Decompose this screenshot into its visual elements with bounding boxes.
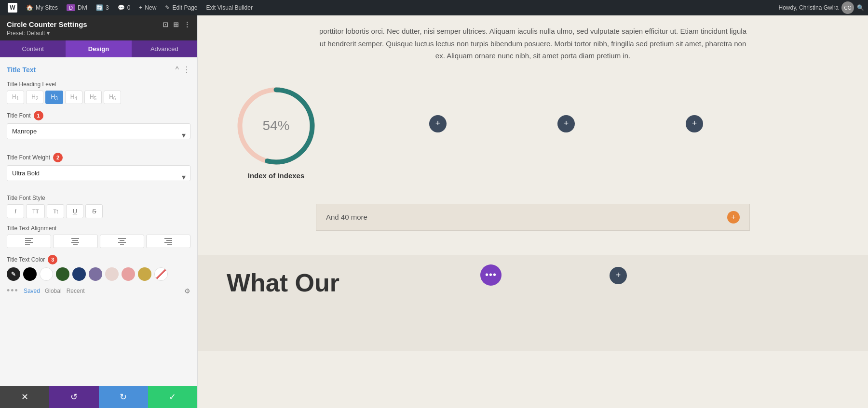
color-settings-icon[interactable]: ⚙ (184, 287, 190, 295)
color-gold[interactable] (138, 267, 151, 281)
align-center-btn[interactable] (100, 235, 144, 248)
section-controls: ^ ⋮ (175, 65, 190, 74)
admin-bar: W 🏠 My Sites D Divi 🔄 3 💬 0 + New ✎ Edit… (0, 0, 868, 15)
admin-bar-right: Howdy, Christina Gwira CG 🔍 (779, 1, 864, 14)
color-dark-blue[interactable] (72, 267, 86, 281)
title-font-select[interactable]: Manrope (7, 123, 190, 139)
italic-btn[interactable]: I (7, 204, 24, 218)
edit-page-menu[interactable]: ✎ Edit Page (161, 0, 201, 15)
panel-title-icons: ⊡ ⊞ ⋮ (163, 21, 190, 28)
all-caps-btn[interactable]: TT (26, 204, 45, 218)
divi-menu[interactable]: D Divi (63, 0, 91, 15)
dock-icon[interactable]: ⊞ (173, 21, 179, 28)
title-font-style-label: Title Font Style (7, 195, 190, 201)
row-plus-buttons: + + + (429, 115, 703, 132)
tab-advanced[interactable]: Advanced (132, 40, 197, 57)
align-right-btn[interactable] (146, 235, 190, 248)
svg-rect-3 (25, 244, 30, 245)
text-alignment-buttons (7, 235, 190, 248)
svg-rect-1 (25, 240, 31, 241)
color-tabs: ••• Saved Global Recent ⚙ (7, 286, 190, 296)
svg-rect-15 (167, 244, 172, 245)
recent-tab[interactable]: Recent (67, 288, 85, 294)
comments-menu[interactable]: 💬 0 (114, 0, 135, 15)
new-icon: + (139, 4, 142, 11)
add-column-btn-3[interactable]: + (686, 115, 703, 132)
capitalize-btn[interactable]: Tt (47, 204, 64, 218)
preset-selector[interactable]: Preset: Default ▾ (7, 30, 190, 37)
my-sites-menu[interactable]: 🏠 My Sites (22, 0, 62, 15)
svg-rect-10 (118, 242, 126, 243)
color-picker-btn[interactable]: ✎ (7, 267, 20, 281)
svg-rect-12 (164, 238, 172, 239)
color-light-pink[interactable] (105, 267, 119, 281)
title-text-section-header: Title Text ^ ⋮ (7, 65, 190, 74)
heading-level-buttons: H1 H2 H3 H4 H5 H6 (7, 91, 190, 104)
updates-menu[interactable]: 🔄 3 (92, 0, 113, 15)
more-icon[interactable]: ⋮ (184, 21, 190, 28)
and-more-plus-btn[interactable]: + (727, 211, 740, 224)
h3-btn[interactable]: H3 (45, 91, 63, 104)
circle-counter-widget: 54% Index of Indexes (227, 77, 326, 189)
redo-button[interactable]: ↻ (99, 386, 148, 408)
tab-content[interactable]: Content (0, 40, 66, 57)
add-column-btn-1[interactable]: + (429, 115, 447, 132)
color-white[interactable] (40, 267, 53, 281)
search-icon[interactable]: 🔍 (857, 4, 864, 11)
color-badge: 3 (48, 255, 57, 264)
color-purple[interactable] (89, 267, 102, 281)
saved-tab[interactable]: Saved (24, 288, 40, 294)
bottom-section: What Our ••• + (198, 255, 868, 351)
title-font-weight-label: Title Font Weight 2 (7, 153, 190, 162)
color-dark-green[interactable] (56, 267, 69, 281)
h4-btn[interactable]: H4 (65, 91, 82, 104)
dots-icon[interactable]: ••• (7, 286, 19, 296)
font-weight-badge: 2 (53, 153, 63, 162)
title-text-section-label: Title Text (7, 66, 36, 74)
heading-level-label: Title Heading Level (7, 81, 190, 88)
title-text-color-label: Title Text Color 3 (7, 255, 190, 264)
h1-btn[interactable]: H1 (7, 91, 24, 104)
page-content-area: porttitor lobortis orci. Nec dutter, nis… (198, 15, 868, 408)
svg-rect-6 (71, 242, 79, 243)
bottom-add-btn[interactable]: + (610, 267, 627, 284)
tab-design[interactable]: Design (66, 40, 131, 57)
svg-rect-2 (25, 242, 33, 243)
comments-icon: 💬 (118, 4, 125, 11)
h2-btn[interactable]: H2 (26, 91, 43, 104)
save-button[interactable]: ✓ (148, 386, 197, 408)
color-black[interactable] (23, 267, 37, 281)
svg-rect-13 (166, 240, 172, 241)
add-column-btn-2[interactable]: + (557, 115, 575, 132)
exit-visual-builder-btn[interactable]: Exit Visual Builder (202, 0, 257, 15)
cancel-button[interactable]: ✕ (0, 386, 49, 408)
new-menu[interactable]: + New (135, 0, 160, 15)
color-slash[interactable] (154, 267, 168, 281)
color-salmon[interactable] (122, 267, 135, 281)
h5-btn[interactable]: H5 (84, 91, 102, 104)
resize-icon[interactable]: ⊡ (163, 21, 168, 28)
wp-logo[interactable]: W (4, 0, 21, 15)
h6-btn[interactable]: H6 (104, 91, 121, 104)
underline-btn[interactable]: U (66, 204, 83, 218)
what-our-title: What Our (227, 269, 839, 297)
home-icon: 🏠 (26, 4, 33, 11)
strikethrough-btn[interactable]: S (85, 204, 103, 218)
bottom-action-bar: ✕ ↺ ↻ ✓ (0, 386, 197, 408)
align-center-left-btn[interactable] (53, 235, 97, 248)
section-more-icon[interactable]: ⋮ (183, 65, 190, 74)
user-avatar[interactable]: CG (841, 1, 854, 14)
svg-rect-9 (120, 240, 124, 241)
counter-row: 54% Index of Indexes + + + (227, 77, 839, 189)
body-paragraph: porttitor lobortis orci. Nec dutter, nis… (316, 25, 750, 62)
global-tab[interactable]: Global (45, 288, 62, 294)
divi-icon: D (67, 4, 75, 11)
circle-percentage: 54% (262, 118, 289, 133)
and-more-section: And 40 more + (316, 204, 750, 231)
title-font-weight-select[interactable]: Ultra Bold (7, 165, 190, 181)
collapse-icon[interactable]: ^ (175, 66, 179, 74)
undo-button[interactable]: ↺ (49, 386, 98, 408)
purple-dots-button[interactable]: ••• (480, 264, 502, 286)
align-left-btn[interactable] (7, 235, 51, 248)
updates-icon: 🔄 (96, 4, 103, 11)
